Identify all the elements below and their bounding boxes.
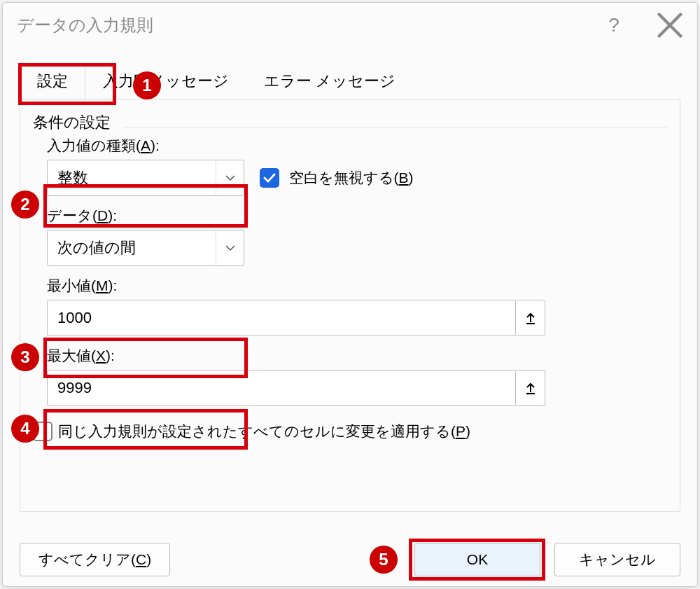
data-value: 次の値の間 (48, 237, 216, 258)
min-ref-button[interactable] (516, 300, 545, 336)
data-select[interactable]: 次の値の間 (47, 230, 244, 266)
fieldset-divider (123, 127, 667, 127)
chevron-down-icon (216, 160, 244, 195)
max-label: 最大値(X): (47, 346, 667, 366)
ignore-blank-row[interactable]: 空白を無視する(B) (260, 168, 414, 188)
help-button[interactable]: ? (596, 8, 631, 43)
collapse-dialog-icon (524, 311, 537, 325)
titlebar: データの入力規則 ? (3, 3, 697, 45)
min-block: 最小値(M): (47, 276, 667, 336)
apply-all-label: 同じ入力規則が設定されたすべてのセルに変更を適用する(P) (58, 422, 470, 441)
dialog-title: データの入力規則 (17, 14, 596, 36)
collapse-dialog-icon (524, 381, 537, 395)
close-button[interactable] (652, 8, 687, 43)
allow-label: 入力値の種類(A): (47, 136, 667, 155)
allow-value: 整数 (48, 167, 216, 188)
cancel-button[interactable]: キャンセル (554, 543, 680, 576)
tab-error-message[interactable]: エラー メッセージ (246, 63, 413, 99)
fieldset-label: 条件の設定 (33, 112, 111, 136)
min-input[interactable] (47, 300, 516, 336)
settings-panel: 条件の設定 入力値の種類(A): 整数 空白を (20, 99, 680, 512)
data-block: データ(D): 次の値の間 (47, 206, 667, 266)
allow-select[interactable]: 整数 (47, 160, 244, 196)
tab-settings[interactable]: 設定 (20, 63, 85, 99)
max-input[interactable] (47, 370, 516, 406)
button-bar: すべてクリア(C) OK キャンセル (3, 543, 697, 576)
data-validation-dialog: データの入力規則 ? 設定 入力時メッセージ エラー メッセージ 条件の設定 入… (2, 2, 698, 587)
close-icon (652, 8, 687, 43)
apply-all-row[interactable]: 同じ入力規則が設定されたすべてのセルに変更を適用する(P) (33, 422, 667, 441)
min-label: 最小値(M): (47, 276, 667, 296)
max-ref-button[interactable] (516, 370, 545, 406)
ignore-blank-checkbox[interactable] (260, 168, 279, 188)
tab-input-message[interactable]: 入力時メッセージ (85, 63, 246, 99)
tabs: 設定 入力時メッセージ エラー メッセージ (3, 45, 697, 99)
ok-button[interactable]: OK (414, 543, 540, 576)
apply-all-checkbox[interactable] (33, 422, 52, 441)
check-icon (263, 173, 276, 183)
fieldset-header: 条件の設定 (33, 112, 667, 136)
ignore-blank-label: 空白を無視する(B) (289, 169, 414, 186)
chevron-down-icon (216, 230, 244, 265)
data-label: データ(D): (47, 206, 667, 226)
clear-all-button[interactable]: すべてクリア(C) (20, 543, 170, 576)
allow-block: 入力値の種類(A): 整数 空白を無視する(B) (47, 136, 667, 196)
max-block: 最大値(X): (47, 346, 667, 406)
